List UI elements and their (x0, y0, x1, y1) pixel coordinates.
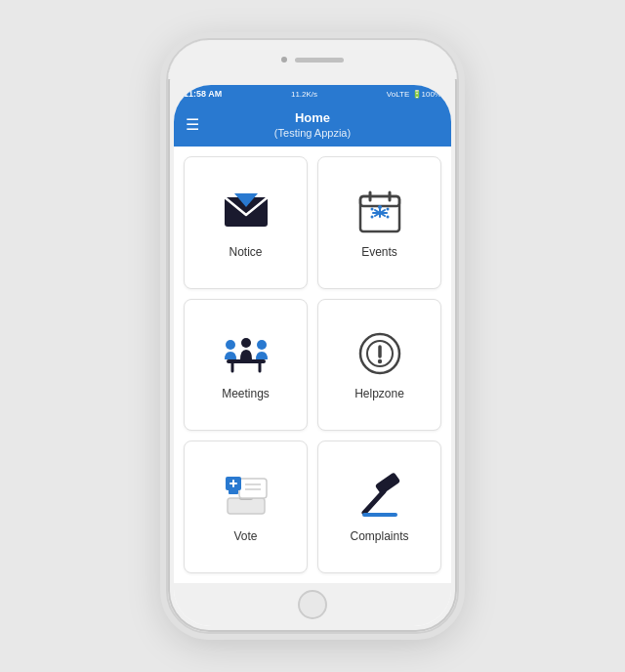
vote-icon (221, 471, 271, 522)
svg-point-24 (377, 359, 381, 363)
notice-icon (221, 187, 271, 237)
home-button[interactable] (298, 590, 327, 619)
phone-bottom-area (174, 583, 451, 626)
speaker-bar (295, 58, 344, 63)
vote-label: Vote (233, 529, 257, 543)
helpzone-icon (354, 328, 405, 379)
svg-point-20 (257, 340, 267, 350)
app-header: ☰ Home (Testing Appzia) (174, 103, 451, 147)
svg-point-10 (378, 205, 382, 209)
status-bar: 11:58 AM 11.2K/s VoLTE 🔋100% (174, 85, 451, 103)
camera-dot (281, 57, 287, 63)
helpzone-label: Helpzone (354, 387, 404, 400)
svg-rect-36 (362, 513, 397, 517)
svg-point-14 (386, 215, 389, 218)
svg-rect-34 (374, 472, 400, 495)
svg-point-13 (370, 215, 373, 218)
svg-point-18 (226, 340, 235, 350)
meetings-card[interactable]: Meetings (184, 299, 308, 432)
svg-rect-27 (239, 479, 267, 498)
svg-point-19 (241, 338, 251, 348)
header-subtitle: (Testing Appzia) (189, 127, 436, 139)
phone-top-area (168, 40, 457, 79)
events-label: Events (361, 245, 397, 259)
complaints-card[interactable]: Complaints (317, 441, 441, 573)
meetings-icon (221, 328, 271, 379)
svg-point-12 (386, 207, 389, 210)
notice-card[interactable]: Notice (184, 156, 308, 289)
phone-screen: 11:58 AM 11.2K/s VoLTE 🔋100% ☰ Home (Tes… (174, 85, 451, 626)
svg-rect-3 (360, 196, 399, 206)
status-network: 11.2K/s (291, 90, 317, 99)
svg-point-11 (370, 207, 373, 210)
notice-label: Notice (229, 245, 262, 259)
vote-card[interactable]: Vote (184, 441, 308, 573)
svg-rect-33 (229, 488, 238, 494)
menu-grid: Notice (174, 147, 451, 583)
helpzone-card[interactable]: Helpzone (317, 299, 441, 432)
svg-line-35 (364, 491, 384, 513)
meetings-label: Meetings (222, 387, 270, 400)
events-icon (354, 187, 405, 237)
complaints-label: Complaints (350, 529, 408, 543)
status-time: 11:58 AM (184, 89, 222, 99)
header-text-block: Home (Testing Appzia) (189, 110, 436, 139)
svg-rect-25 (228, 498, 265, 514)
phone-frame: 11:58 AM 11.2K/s VoLTE 🔋100% ☰ Home (Tes… (166, 38, 459, 634)
header-title: Home (189, 110, 436, 127)
events-card[interactable]: Events (317, 156, 441, 289)
complaints-icon (354, 471, 405, 522)
status-battery: VoLTE 🔋100% (387, 90, 441, 99)
